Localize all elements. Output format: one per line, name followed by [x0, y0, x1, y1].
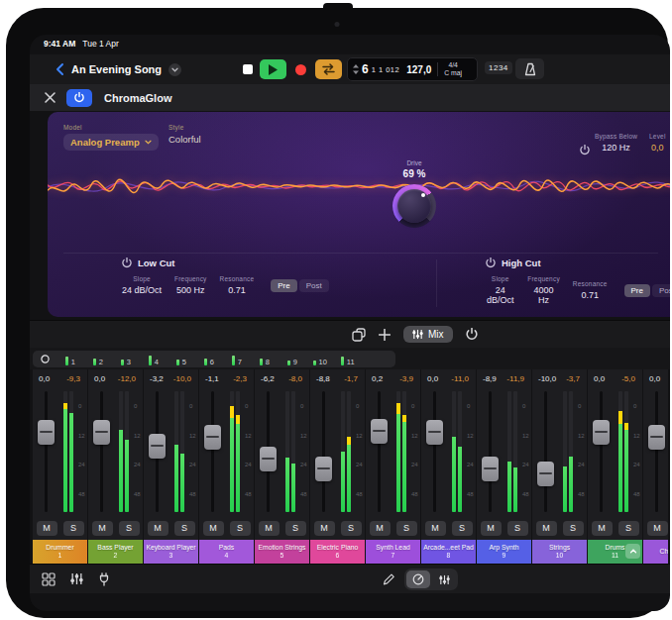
overview-track-cell[interactable]: 11: [334, 351, 362, 367]
tempo-value[interactable]: 127,0: [406, 64, 431, 75]
overview-track-cell[interactable]: 3: [112, 351, 140, 367]
solo-button[interactable]: S: [285, 521, 306, 536]
volume-fader-handle[interactable]: [315, 457, 332, 481]
overview-track-cell[interactable]: 10: [306, 351, 334, 367]
solo-button[interactable]: S: [119, 521, 140, 536]
output-circle-icon[interactable]: [41, 355, 50, 363]
volume-fader-track[interactable]: [156, 391, 159, 512]
volume-fader-handle[interactable]: [371, 419, 388, 444]
mute-button[interactable]: M: [37, 521, 57, 536]
mute-button[interactable]: M: [647, 521, 668, 536]
volume-fader-track[interactable]: [45, 391, 48, 512]
volume-fader-track[interactable]: [544, 391, 547, 512]
record-button[interactable]: [290, 59, 310, 79]
volume-fader-handle[interactable]: [149, 434, 166, 459]
low-cut-slope[interactable]: Slope 24 dB/Oct: [122, 275, 162, 295]
mute-button[interactable]: M: [536, 521, 557, 536]
key-signature[interactable]: C maj: [444, 69, 462, 77]
position-stepper-icon[interactable]: [353, 64, 359, 74]
track-name-label[interactable]: Drummer 1: [33, 540, 87, 564]
mute-button[interactable]: M: [592, 521, 613, 536]
track-name-label[interactable]: Keyboard Player 3: [144, 540, 198, 564]
track-name-label[interactable]: Synth Lead 7: [366, 540, 420, 564]
track-name-label[interactable]: Drums 11: [588, 540, 642, 564]
time-signature[interactable]: 4/4: [444, 61, 462, 69]
volume-fader-handle[interactable]: [38, 420, 55, 445]
solo-button[interactable]: S: [618, 521, 639, 536]
overview-track-cell[interactable]: 2: [84, 351, 112, 367]
model-selector[interactable]: Analog Preamp: [63, 134, 159, 151]
track-name-label[interactable]: Emotion Strings 5: [255, 540, 309, 564]
low-cut-resonance[interactable]: Resonance 0.71: [220, 275, 255, 295]
bypass-power-icon[interactable]: [580, 145, 590, 155]
overview-track-cell[interactable]: 1: [56, 351, 84, 367]
track-name-label[interactable]: Chorus: [643, 540, 668, 564]
volume-fader-handle[interactable]: [426, 420, 443, 445]
lcd-display[interactable]: 6 1 1 012 127,0 4/4 C maj: [347, 57, 478, 81]
solo-button[interactable]: S: [174, 521, 195, 536]
track-stack-expander[interactable]: [625, 544, 640, 559]
volume-fader-track[interactable]: [600, 391, 603, 512]
mix-button[interactable]: Mix: [403, 326, 453, 343]
mute-button[interactable]: M: [259, 521, 280, 536]
mute-button[interactable]: M: [92, 521, 113, 536]
volume-fader-track[interactable]: [100, 391, 103, 512]
back-chevron-icon[interactable]: [55, 62, 64, 76]
stop-button[interactable]: [240, 59, 256, 79]
plugin-power-button[interactable]: [66, 89, 92, 107]
mixer-power-icon[interactable]: [466, 328, 478, 341]
low-cut-post-button[interactable]: Post: [299, 279, 329, 292]
track-name-label[interactable]: Strings 10: [532, 540, 587, 564]
high-cut-slope[interactable]: Slope 24 dB/Oct: [486, 275, 514, 305]
track-name-label[interactable]: Bass Player 2: [88, 540, 143, 564]
high-cut-post-button[interactable]: Post: [652, 284, 670, 297]
tone-knob-button[interactable]: [406, 570, 430, 588]
high-cut-pre-button[interactable]: Pre: [624, 284, 650, 297]
volume-fader-handle[interactable]: [260, 447, 277, 471]
solo-button[interactable]: S: [341, 521, 362, 536]
mixer-view-icon[interactable]: [70, 572, 83, 585]
mute-button[interactable]: M: [425, 521, 446, 536]
drive-knob[interactable]: [392, 184, 436, 228]
bypass-below-control[interactable]: Bypass Below 120 Hz: [595, 133, 637, 153]
volume-fader-track[interactable]: [489, 391, 492, 512]
volume-fader-handle[interactable]: [204, 425, 221, 450]
solo-button[interactable]: S: [63, 521, 84, 536]
volume-fader-track[interactable]: [378, 391, 381, 512]
overview-track-cell[interactable]: 6: [195, 351, 223, 367]
song-menu-chevron-icon[interactable]: [168, 63, 181, 76]
high-cut-power-icon[interactable]: [486, 258, 496, 268]
solo-button[interactable]: S: [507, 521, 528, 536]
high-cut-frequency[interactable]: Frequency 4000 Hz: [527, 275, 560, 305]
track-name-label[interactable]: Arp Synth 9: [477, 540, 531, 564]
track-name-label[interactable]: Pads 4: [199, 540, 254, 564]
solo-button[interactable]: S: [563, 521, 584, 536]
plugin-view-icon[interactable]: [98, 572, 110, 586]
track-name-label[interactable]: Arcade...eet Pad 8: [421, 540, 476, 564]
high-cut-resonance[interactable]: Resonance 0.71: [573, 280, 608, 300]
browser-icon[interactable]: [42, 572, 56, 586]
mute-button[interactable]: M: [370, 521, 391, 536]
volume-fader-handle[interactable]: [593, 420, 610, 445]
level-control[interactable]: Level 0,0: [649, 133, 666, 153]
overview-track-cell[interactable]: 5: [168, 351, 195, 367]
solo-button[interactable]: S: [230, 521, 251, 536]
solo-button[interactable]: S: [396, 521, 417, 536]
low-cut-frequency[interactable]: Frequency 500 Hz: [174, 275, 207, 295]
volume-fader-track[interactable]: [267, 391, 270, 512]
overview-track-cell[interactable]: 8: [251, 351, 279, 367]
volume-fader-handle[interactable]: [537, 462, 554, 486]
cycle-button[interactable]: [315, 59, 342, 79]
volume-fader-handle[interactable]: [648, 425, 665, 450]
overview-track-cell[interactable]: 9: [279, 351, 306, 367]
count-in-button[interactable]: 1234: [485, 61, 512, 74]
volume-fader-track[interactable]: [655, 391, 658, 512]
volume-fader-track[interactable]: [433, 391, 436, 512]
mute-button[interactable]: M: [203, 521, 224, 536]
metronome-button[interactable]: [515, 58, 544, 79]
overview-track-cell[interactable]: 7: [223, 351, 251, 367]
volume-fader-track[interactable]: [211, 391, 214, 512]
mute-button[interactable]: M: [314, 521, 335, 536]
mute-button[interactable]: M: [148, 521, 168, 536]
channel-faders-button[interactable]: [432, 570, 456, 588]
